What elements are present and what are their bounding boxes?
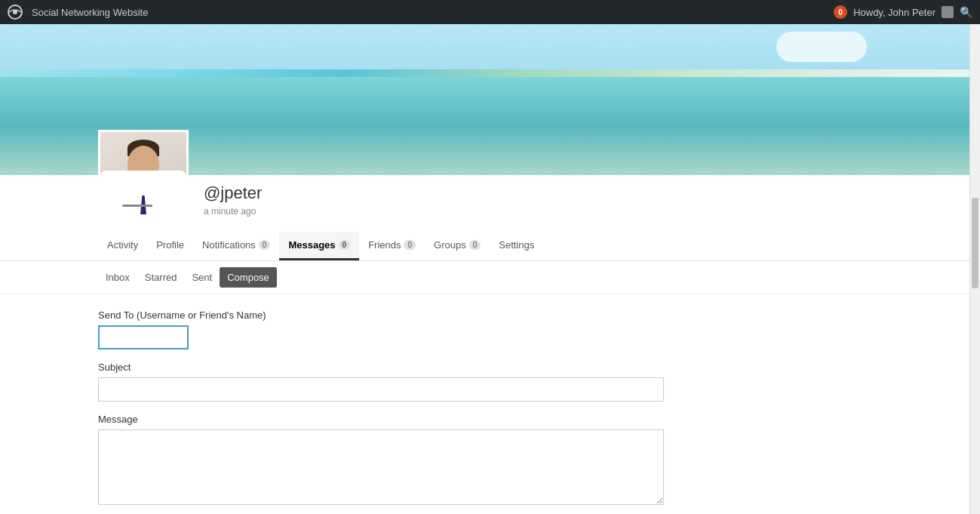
admin-bar-left: Social Networking Website <box>8 5 148 20</box>
subject-group: Subject <box>98 362 882 402</box>
message-label: Message <box>98 414 882 425</box>
admin-bar-right: 0 Howdy, John Peter 🔍 <box>834 5 972 19</box>
svg-point-1 <box>13 10 17 14</box>
tab-notifications[interactable]: Notifications 0 <box>193 232 279 260</box>
subnav-starred[interactable]: Starred <box>137 267 185 288</box>
profile-section: @jpeter a minute ago <box>0 130 980 232</box>
send-to-label: Send To (Username or Friend's Name) <box>98 309 882 321</box>
profile-info: @jpeter a minute ago <box>189 183 262 220</box>
sub-nav-wrap: Inbox Starred Sent Compose <box>0 261 980 294</box>
nav-tabs-wrap: Activity Profile Notifications 0 Message… <box>0 232 980 261</box>
search-icon[interactable]: 🔍 <box>960 6 972 18</box>
send-to-group: Send To (Username or Friend's Name) <box>98 309 882 349</box>
groups-badge: 0 <box>469 240 481 250</box>
nav-tabs: Activity Profile Notifications 0 Message… <box>98 232 882 260</box>
tab-friends[interactable]: Friends 0 <box>359 232 425 260</box>
tab-messages[interactable]: Messages 0 <box>279 232 359 260</box>
message-textarea[interactable] <box>98 429 664 505</box>
message-group: Message <box>98 414 882 507</box>
subnav-compose[interactable]: Compose <box>220 267 277 288</box>
page-wrapper: @jpeter a minute ago Activity Profile No… <box>0 24 980 514</box>
messages-badge: 0 <box>339 240 351 250</box>
subnav-inbox[interactable]: Inbox <box>98 267 137 288</box>
notification-count-badge[interactable]: 0 <box>834 5 847 19</box>
tab-activity[interactable]: Activity <box>98 232 147 260</box>
profile-last-active: a minute ago <box>204 206 262 217</box>
subject-label: Subject <box>98 362 882 373</box>
friends-badge: 0 <box>404 240 416 250</box>
profile-username: @jpeter <box>204 183 262 203</box>
tab-profile[interactable]: Profile <box>147 232 193 260</box>
subject-input[interactable] <box>98 377 664 402</box>
notifications-badge: 0 <box>259 240 271 250</box>
send-to-input[interactable] <box>98 325 189 349</box>
avatar-image <box>100 132 186 218</box>
admin-avatar[interactable] <box>942 6 954 18</box>
subnav-sent[interactable]: Sent <box>184 267 220 288</box>
profile-avatar[interactable] <box>98 130 189 220</box>
site-name[interactable]: Social Networking Website <box>32 7 148 18</box>
compose-form: Send To (Username or Friend's Name) Subj… <box>0 294 980 514</box>
scrollbar[interactable] <box>969 24 980 514</box>
tab-settings[interactable]: Settings <box>490 232 543 260</box>
admin-bar: Social Networking Website 0 Howdy, John … <box>0 0 980 24</box>
wordpress-logo-icon[interactable] <box>8 5 23 20</box>
tab-groups[interactable]: Groups 0 <box>425 232 490 260</box>
howdy-text: Howdy, John Peter <box>853 7 935 18</box>
